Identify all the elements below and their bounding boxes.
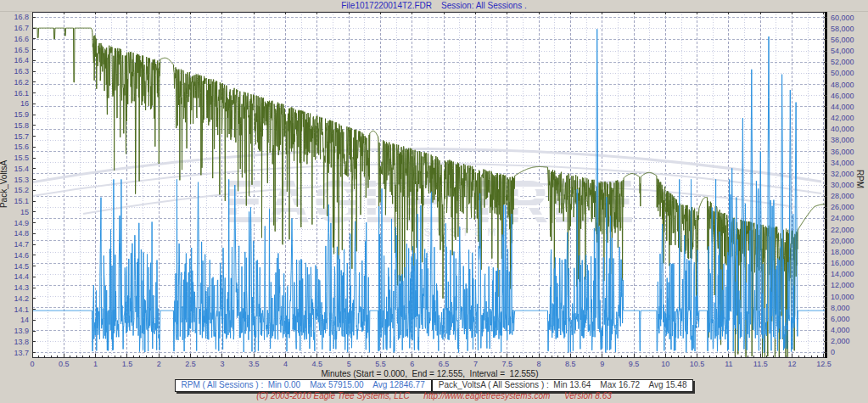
left-axis-tick-label: 13.9 [0,327,29,335]
right-axis-tick-label: 30,000 [831,182,854,189]
right-axis-tick-label: 34,000 [831,160,854,167]
x-axis-tick-label: 3 [220,360,224,368]
right-axis-tick-label: 10,000 [831,294,854,301]
x-axis-tick-label: 8.5 [565,360,576,368]
x-axis-tick-label: 12.5 [816,360,832,368]
left-axis-tick-label: 16.8 [0,14,29,21]
legend-volts[interactable]: Pack_VoltsA ( All Sessions ) : Min 13.64… [432,379,694,392]
left-axis-tick-label: 16.1 [0,90,29,98]
x-axis-tick-label: 4 [283,360,288,368]
right-axis-tick-label: 48,000 [831,81,854,89]
right-axis-tick-label: 20,000 [831,238,854,245]
chart-canvas[interactable]: EAGLE TREESYSTEMS [32,12,827,358]
left-axis-tick-label: 14.4 [0,273,29,281]
x-axis-tick-label: 8 [537,360,541,368]
left-axis-tick-label: 16.6 [0,36,29,43]
right-axis-tick-label: 24,000 [831,215,854,222]
left-axis-tick-label: 16.4 [0,57,29,64]
right-axis-tick-label: 2,000 [831,338,850,345]
right-axis-tick-label: 6,000 [831,316,850,323]
left-axis-tick-label: 13.8 [0,339,29,346]
x-axis-tick-label: 4.5 [312,360,323,368]
left-axis-tick-label: 14.5 [0,263,29,271]
left-axis-tick-label: 14.8 [0,230,29,238]
legend-bar: RPM ( All Sessions ) : Min 0.00 Max 5791… [0,379,868,392]
x-axis-tick-label: 5.5 [375,360,386,368]
right-axis-tick-label: 14,000 [831,271,854,278]
x-axis-tick-label: 7 [473,360,478,368]
left-axis-tick-label: 14.7 [0,241,29,249]
x-axis-tick-label: 5 [347,360,351,368]
left-axis-tick-label: 16.3 [0,68,29,76]
right-axis-tick-label: 22,000 [831,227,854,234]
x-axis-tick-label: 6.5 [439,360,450,368]
left-axis-tick-label: 14.9 [0,220,29,227]
left-axis-tick-label: 16 [0,100,29,108]
x-axis-tick-label: 10.5 [690,360,705,368]
x-axis-tick-label: 0.5 [59,360,70,368]
left-axis-tick-label: 16.7 [0,25,29,32]
x-axis-tick-label: 9 [600,360,604,368]
right-axis-tick-label: 42,000 [831,115,854,122]
right-axis-tick-label: 0 [831,349,835,356]
x-axis-tick-label: 12 [788,360,797,368]
right-axis-tick-label: 16,000 [831,260,854,267]
copyright-text: (C) 2003-2010 Eagle Tree Systems, LLC ht… [0,391,868,400]
left-axis-tick-label: 14.3 [0,284,29,292]
x-axis-tick-label: 1 [93,360,98,368]
left-axis-tick-label: 14.2 [0,295,29,303]
legend-rpm[interactable]: RPM ( All Sessions ) : Min 0.00 Max 5791… [175,379,432,392]
right-axis-tick-label: 60,000 [831,14,854,22]
left-axis-tick-label: 13.7 [0,350,29,357]
left-axis-tick-label: 14 [0,316,29,324]
plot-area[interactable]: EAGLE TREESYSTEMS [32,12,827,358]
x-axis-tick-label: 0 [30,360,34,368]
left-axis-tick-label: 15.7 [0,133,29,141]
right-axis-tick-label: 36,000 [831,148,854,156]
left-axis-title: Pack_VoltsA [0,154,9,214]
right-axis-tick-label: 12,000 [831,282,854,289]
right-axis-tick-label: 46,000 [831,92,854,100]
x-axis-tick-label: 11 [725,360,732,368]
x-axis-title: Minutes (Start = 0.000, End = 12.555, In… [32,369,827,378]
svg-text:SYSTEMS: SYSTEMS [424,227,514,238]
right-axis-tick-label: 52,000 [831,59,854,66]
window-title: File1017220014T2.FDR Session: All Sessio… [0,0,868,12]
x-axis-tick-label: 7.5 [501,360,512,368]
right-axis-tick-label: 26,000 [831,204,854,211]
left-axis-tick-label: 15.8 [0,122,29,130]
x-axis-tick-label: 9.5 [629,360,640,368]
right-axis-tick-label: 44,000 [831,104,854,111]
left-axis-tick-label: 16.2 [0,79,29,87]
right-axis-tick-label: 58,000 [831,25,854,33]
right-axis-tick-label: 4,000 [831,327,850,334]
right-axis-tick-label: 32,000 [831,171,854,178]
x-axis-tick-label: 10 [661,360,669,368]
right-axis-tick-label: 56,000 [831,36,854,44]
x-axis-tick-label: 3.5 [249,360,260,368]
right-axis-tick-label: 40,000 [831,126,854,133]
right-axis-tick-label: 28,000 [831,193,854,200]
x-axis-tick-label: 2 [157,360,161,368]
left-axis-tick-label: 14.1 [0,306,29,314]
x-axis-tick-label: 1.5 [122,360,133,368]
right-axis-tick-label: 38,000 [831,137,854,144]
right-axis-tick-label: 50,000 [831,70,854,77]
right-axis-tick-label: 18,000 [831,249,854,256]
left-axis-tick-label: 14.6 [0,252,29,260]
right-axis-title: RPM [854,162,865,196]
right-axis-tick-label: 54,000 [831,48,854,55]
left-axis-tick-label: 15.9 [0,111,29,119]
x-axis-tick-label: 2.5 [185,360,196,368]
x-axis-tick-label: 6 [410,360,414,368]
left-axis-tick-label: 16.5 [0,47,29,54]
right-axis-tick-label: 8,000 [831,305,850,312]
left-axis-tick-label: 15.6 [0,143,29,151]
x-axis-tick-label: 11.5 [753,360,768,368]
